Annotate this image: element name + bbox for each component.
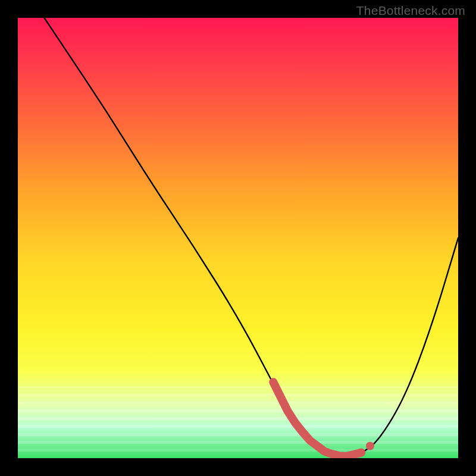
bottom-glow-stripes xyxy=(18,379,458,458)
sweet-spot-band xyxy=(273,382,361,456)
bottleneck-curve-path xyxy=(44,18,458,457)
watermark-text: TheBottleneck.com xyxy=(356,4,465,18)
bottleneck-curve-svg xyxy=(18,18,458,458)
plot-area xyxy=(18,18,458,458)
chart-frame: TheBottleneck.com xyxy=(0,0,476,476)
sweet-spot-end-dot xyxy=(366,442,374,450)
